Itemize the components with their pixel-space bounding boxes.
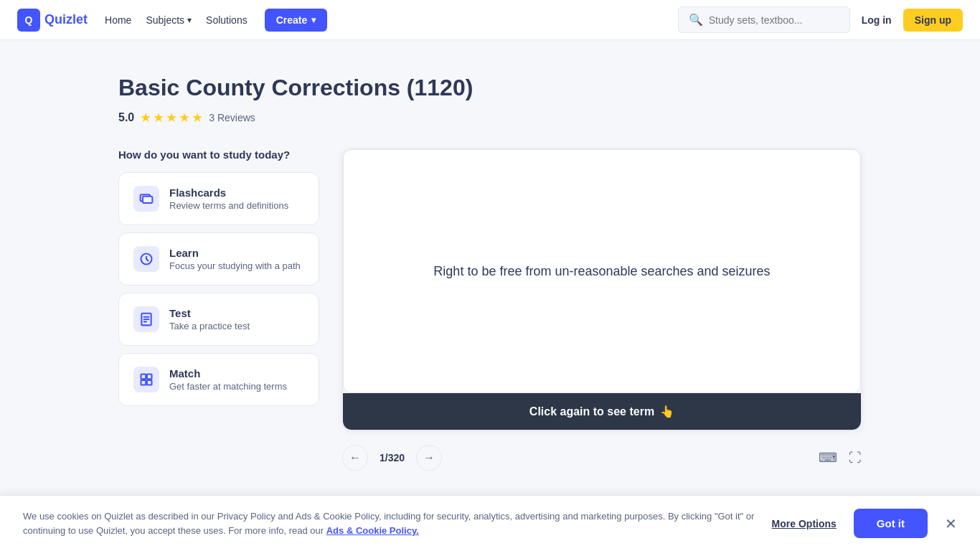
- flashcards-icon: [133, 186, 159, 212]
- more-options-button[interactable]: More Options: [772, 518, 837, 529]
- nav-right: 🔍 Log in Sign up: [678, 6, 963, 33]
- cookie-policy-link[interactable]: Ads & Cookie Policy.: [326, 525, 419, 529]
- chevron-down-icon: ▾: [311, 15, 316, 25]
- learn-title: Learn: [169, 247, 301, 259]
- keyboard-button[interactable]: ⌨: [819, 450, 837, 466]
- flashcard[interactable]: Right to be free from un-reasonable sear…: [343, 149, 861, 393]
- test-icon: [133, 306, 159, 332]
- study-options: How do you want to study today? Flashcar…: [118, 149, 319, 413]
- logo[interactable]: Q Quizlet: [17, 9, 88, 32]
- fullscreen-button[interactable]: ⛶: [849, 451, 862, 466]
- cookie-banner: We use cookies on Quizlet as described i…: [0, 495, 980, 528]
- reviews-count: 3 Reviews: [209, 112, 255, 123]
- close-cookie-button[interactable]: ✕: [945, 517, 957, 529]
- nav-link-subjects[interactable]: Subjects ▾: [146, 14, 192, 26]
- flashcard-wrapper[interactable]: Right to be free from un-reasonable sear…: [342, 149, 862, 430]
- search-input[interactable]: [709, 14, 839, 26]
- page-title: Basic County Corrections (1120): [118, 75, 862, 101]
- navbar: Q Quizlet Home Subjects ▾ Solutions Crea…: [0, 0, 980, 40]
- cookie-text: We use cookies on Quizlet as described i…: [23, 509, 755, 528]
- fullscreen-icon: ⛶: [849, 451, 862, 466]
- match-title: Match: [169, 367, 287, 380]
- study-section: How do you want to study today? Flashcar…: [118, 149, 862, 471]
- nav-link-solutions[interactable]: Solutions: [206, 14, 248, 26]
- learn-icon: [133, 246, 159, 272]
- star-4: ★: [179, 110, 190, 126]
- svg-rect-10: [147, 380, 152, 385]
- logo-icon: Q: [17, 9, 40, 32]
- left-arrow-icon: ←: [349, 451, 361, 464]
- flashcard-click-button[interactable]: Click again to see term 👆: [343, 393, 861, 430]
- close-icon: ✕: [945, 516, 957, 529]
- chevron-down-icon: ▾: [187, 15, 192, 25]
- test-info: Test Take a practice test: [169, 307, 250, 331]
- nav-links: Home Subjects ▾ Solutions: [105, 14, 248, 26]
- search-bar[interactable]: 🔍: [678, 6, 850, 33]
- study-option-flashcards[interactable]: Flashcards Review terms and definitions: [118, 172, 319, 225]
- match-desc: Get faster at matching terms: [169, 381, 287, 392]
- search-icon: 🔍: [689, 13, 703, 27]
- study-option-learn[interactable]: Learn Focus your studying with a path: [118, 232, 319, 286]
- match-info: Match Get faster at matching terms: [169, 367, 287, 392]
- click-emoji: 👆: [660, 405, 674, 418]
- rating-row: 5.0 ★ ★ ★ ★ ★ 3 Reviews: [118, 110, 862, 126]
- study-heading: How do you want to study today?: [118, 149, 319, 161]
- create-button[interactable]: Create ▾: [265, 9, 328, 32]
- test-title: Test: [169, 307, 250, 319]
- match-icon: [133, 367, 159, 392]
- rating-score: 5.0: [118, 111, 134, 124]
- next-arrow-button[interactable]: →: [416, 445, 442, 471]
- keyboard-icon: ⌨: [819, 450, 837, 466]
- signup-button[interactable]: Sign up: [903, 9, 963, 32]
- svg-rect-8: [147, 375, 152, 380]
- flashcards-title: Flashcards: [169, 187, 288, 199]
- study-option-test[interactable]: Test Take a practice test: [118, 293, 319, 346]
- nav-link-home[interactable]: Home: [105, 14, 131, 26]
- prev-arrow-button[interactable]: ←: [342, 445, 368, 471]
- got-it-button[interactable]: Got it: [854, 509, 928, 528]
- nav-counter: 1/320: [380, 452, 405, 463]
- study-option-match[interactable]: Match Get faster at matching terms: [118, 353, 319, 406]
- star-3: ★: [166, 110, 177, 126]
- learn-desc: Focus your studying with a path: [169, 260, 301, 271]
- flashcards-desc: Review terms and definitions: [169, 200, 288, 211]
- svg-rect-7: [141, 375, 146, 380]
- flashcards-info: Flashcards Review terms and definitions: [169, 187, 288, 211]
- login-button[interactable]: Log in: [862, 14, 892, 26]
- star-2: ★: [153, 110, 164, 126]
- right-arrow-icon: →: [423, 451, 435, 464]
- main-content: Basic County Corrections (1120) 5.0 ★ ★ …: [95, 40, 885, 528]
- flashcard-area: Right to be free from un-reasonable sear…: [342, 149, 862, 471]
- stars: ★ ★ ★ ★ ★: [140, 110, 203, 126]
- logo-text: Quizlet: [44, 12, 88, 27]
- star-5: ★: [192, 110, 203, 126]
- star-1: ★: [140, 110, 151, 126]
- svg-rect-9: [141, 380, 146, 385]
- flashcard-nav: ← 1/320 → ⌨ ⛶: [342, 445, 862, 471]
- test-desc: Take a practice test: [169, 321, 250, 331]
- svg-rect-1: [143, 197, 152, 203]
- learn-info: Learn Focus your studying with a path: [169, 247, 301, 271]
- flashcard-content: Right to be free from un-reasonable sear…: [433, 264, 770, 279]
